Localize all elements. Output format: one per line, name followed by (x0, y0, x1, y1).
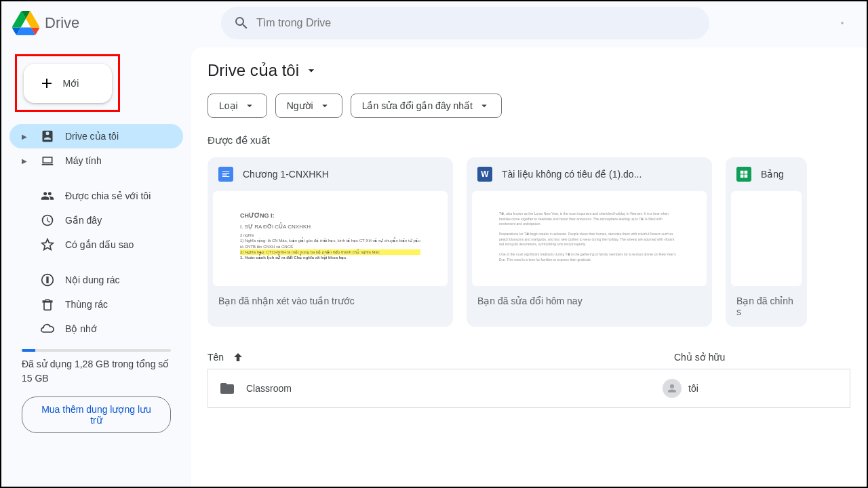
docs-icon (218, 167, 233, 182)
filter-label: Lần sửa đổi gần đây nhất (362, 100, 473, 111)
sidebar-item-storage[interactable]: Bộ nhớ (9, 317, 183, 341)
sidebar-item-label: Nội dung rác (65, 274, 120, 285)
filter-label: Loại (219, 100, 238, 111)
sidebar-item-label: Có gắn dấu sao (65, 239, 134, 250)
sidebar-item-starred[interactable]: Có gắn dấu sao (9, 232, 183, 257)
header-right (834, 15, 856, 31)
suggested-card[interactable]: Chương 1-CNXHKH CHƯƠNG I: I. SỰ RA ĐỜI C… (208, 157, 453, 327)
trash-icon (41, 298, 54, 311)
recent-icon (41, 214, 54, 227)
new-button-label: Mới (63, 78, 79, 89)
sidebar-item-label: Máy tính (65, 155, 102, 166)
caret-down-icon (304, 64, 318, 77)
caret-down-icon (319, 100, 331, 112)
filter-type[interactable]: Loại (208, 94, 267, 118)
logo-section: Drive (12, 9, 216, 37)
sidebar-item-shared[interactable]: Được chia sẻ với tôi (9, 184, 183, 208)
card-thumbnail (731, 191, 802, 286)
filter-row: Loại Người Lần sửa đổi gần đây nhất (208, 94, 867, 118)
main-content: Drive của tôi Loại Người Lần sửa đổi gần… (191, 47, 867, 487)
caret-down-icon (243, 100, 256, 112)
page-title[interactable]: Drive của tôi (208, 61, 867, 80)
filter-label: Người (287, 100, 313, 111)
drive-logo-icon (12, 9, 39, 37)
sidebar-item-label: Drive của tôi (65, 131, 119, 142)
sidebar-item-spam[interactable]: Nội dung rác (9, 268, 183, 292)
sidebar-item-label: Gần đây (65, 215, 102, 226)
card-thumbnail: Tết, also known as the Lunar New Year, i… (472, 191, 707, 286)
computer-icon (41, 154, 54, 167)
spam-icon (41, 273, 54, 287)
search-bar[interactable] (221, 7, 709, 39)
sidebar: Mới ▶ Drive của tôi ▶ Máy tính Được chia… (1, 45, 191, 487)
sidebar-item-trash[interactable]: Thùng rác (9, 292, 183, 317)
suggested-card[interactable]: Bảng Bạn đã chỉnh s (726, 157, 807, 327)
filter-people[interactable]: Người (275, 94, 342, 118)
buy-storage-button[interactable]: Mua thêm dung lượng lưu trữ (22, 396, 171, 433)
storage-bar (22, 349, 171, 352)
suggested-card[interactable]: W Tài liệu không có tiêu đề (1).do... Tế… (467, 157, 712, 327)
sidebar-item-computers[interactable]: ▶ Máy tính (9, 148, 183, 173)
file-name: Classroom (246, 383, 663, 394)
app-name: Drive (45, 14, 79, 32)
word-icon: W (477, 167, 492, 182)
folder-icon (219, 380, 235, 396)
file-owner: tôi (663, 379, 839, 398)
card-title: Tài liệu không có tiêu đề (1).do... (502, 169, 642, 180)
header: Drive (1, 1, 867, 45)
arrow-up-icon (232, 351, 244, 363)
table-row[interactable]: Classroom tôi (208, 369, 850, 408)
filter-modified[interactable]: Lần sửa đổi gần đây nhất (351, 94, 502, 118)
suggested-row: Chương 1-CNXHKH CHƯƠNG I: I. SỰ RA ĐỜI C… (208, 157, 867, 327)
shared-icon (41, 189, 54, 203)
drive-icon (41, 129, 54, 143)
sidebar-item-label: Bộ nhớ (65, 323, 97, 334)
chevron-right-icon: ▶ (22, 133, 30, 140)
column-name[interactable]: Tên (208, 351, 674, 363)
page-title-text: Drive của tôi (208, 61, 299, 80)
card-title: Chương 1-CNXHKH (243, 169, 329, 180)
sidebar-item-recent[interactable]: Gần đây (9, 208, 183, 232)
caret-down-icon (478, 100, 490, 112)
card-title: Bảng (761, 169, 784, 180)
card-subtitle: Bạn đã chỉnh s (726, 286, 807, 327)
card-subtitle: Bạn đã nhận xét vào tuần trước (208, 286, 453, 316)
card-subtitle: Bạn đã sửa đổi hôm nay (467, 286, 712, 316)
avatar-icon (663, 379, 682, 398)
suggested-title: Được đề xuất (208, 134, 867, 146)
storage-text: Đã sử dụng 1,28 GB trong tổng số 15 GB (9, 357, 183, 386)
tune-icon[interactable] (834, 15, 850, 31)
sheets-icon (736, 167, 751, 182)
card-thumbnail: CHƯƠNG I: I. SỰ RA ĐỜI CỦA CNXHKH 2 nghĩ… (213, 191, 448, 286)
search-icon (226, 8, 256, 38)
new-button-highlight: Mới (15, 54, 120, 112)
star-icon (41, 238, 54, 251)
sidebar-item-label: Được chia sẻ với tôi (65, 190, 151, 201)
search-input[interactable] (256, 17, 704, 29)
sidebar-item-label: Thùng rác (65, 299, 108, 310)
plus-icon (39, 75, 55, 92)
storage-icon (41, 322, 54, 336)
chevron-right-icon: ▶ (22, 157, 30, 165)
new-button[interactable]: Mới (24, 64, 112, 103)
table-header: Tên Chủ sở hữu (208, 346, 850, 369)
column-owner[interactable]: Chủ sở hữu (674, 352, 850, 363)
sidebar-item-my-drive[interactable]: ▶ Drive của tôi (9, 124, 183, 148)
